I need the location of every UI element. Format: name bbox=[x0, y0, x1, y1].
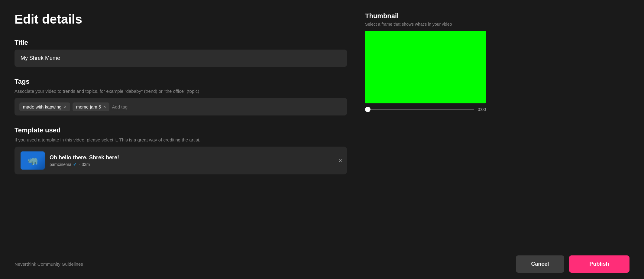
template-author-row: pamcinema ✔ · 33m bbox=[50, 162, 341, 167]
tag-remove-meme-jam[interactable]: × bbox=[103, 105, 106, 109]
title-section: Title bbox=[15, 39, 347, 78]
template-thumb-bg: 🦏 bbox=[21, 151, 45, 170]
template-name: Oh hello there, Shrek here! bbox=[50, 154, 341, 161]
template-thumbnail: 🦏 bbox=[21, 151, 45, 170]
thumbnail-subtitle: Select a frame that shows what's in your… bbox=[365, 22, 486, 27]
verified-icon: ✔ bbox=[73, 162, 77, 167]
template-section: Template used If you used a template in … bbox=[15, 126, 347, 174]
left-panel: Edit details Title Tags Associate your v… bbox=[15, 12, 347, 249]
publish-button[interactable]: Publish bbox=[569, 255, 629, 273]
title-label: Title bbox=[15, 39, 347, 47]
template-duration-separator: · bbox=[79, 162, 80, 167]
tag-chip-meme-jam: meme jam 5 × bbox=[73, 102, 110, 111]
thumbnail-preview bbox=[365, 31, 486, 103]
template-subtitle: If you used a template in this video, pl… bbox=[15, 137, 347, 142]
tag-remove-kapwing[interactable]: × bbox=[64, 105, 66, 109]
template-info: Oh hello there, Shrek here! pamcinema ✔ … bbox=[50, 154, 341, 167]
tag-chip-kapwing: made with kapwing × bbox=[19, 102, 70, 111]
thumbnail-slider[interactable] bbox=[365, 109, 474, 110]
template-remove-button[interactable]: × bbox=[338, 157, 342, 164]
template-label: Template used bbox=[15, 126, 347, 134]
template-author-name: pamcinema bbox=[50, 162, 71, 167]
page-title: Edit details bbox=[15, 12, 347, 27]
add-tag-placeholder[interactable]: Add tag bbox=[112, 104, 128, 109]
thumbnail-label: Thumbnail bbox=[365, 12, 486, 20]
cancel-button[interactable]: Cancel bbox=[516, 255, 564, 273]
thumbnail-time: 0:00 bbox=[478, 107, 486, 112]
community-guidelines-link[interactable]: Neverthink Community Guidelines bbox=[15, 261, 83, 267]
footer: Neverthink Community Guidelines Cancel P… bbox=[0, 249, 644, 279]
title-input[interactable] bbox=[15, 50, 347, 67]
tags-input-container[interactable]: made with kapwing × meme jam 5 × Add tag bbox=[15, 98, 347, 115]
template-duration: 33m bbox=[82, 162, 90, 167]
footer-buttons: Cancel Publish bbox=[516, 255, 629, 273]
template-card: 🦏 Oh hello there, Shrek here! pamcinema … bbox=[15, 147, 347, 174]
tag-chip-label: made with kapwing bbox=[23, 104, 62, 109]
tag-chip-label: meme jam 5 bbox=[76, 104, 101, 109]
tags-section: Tags Associate your video to trends and … bbox=[15, 78, 347, 115]
thumbnail-slider-container: 0:00 bbox=[365, 107, 486, 112]
tags-subtitle: Associate your video to trends and topic… bbox=[15, 89, 347, 94]
template-thumb-icon: 🦏 bbox=[28, 156, 38, 166]
tags-label: Tags bbox=[15, 78, 347, 86]
right-panel: Thumbnail Select a frame that shows what… bbox=[365, 12, 486, 249]
